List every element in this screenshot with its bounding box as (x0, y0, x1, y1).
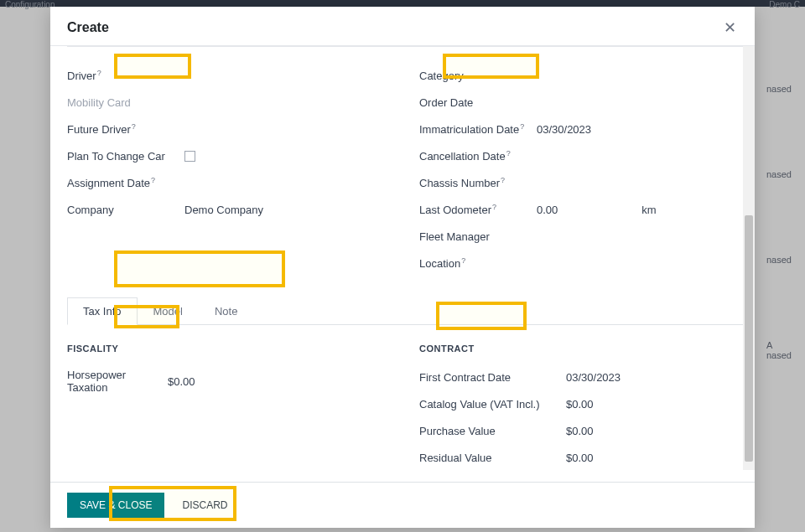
category-label: Category (419, 70, 537, 82)
first-contract-label: First Contract Date (419, 371, 549, 384)
purchase-value-amount[interactable]: $0.00 (566, 425, 594, 437)
tab-tax-info[interactable]: Tax Info (67, 297, 138, 325)
purchase-value-label: Purchase Value (419, 425, 549, 437)
future-driver-label: Future Driver? (67, 122, 184, 136)
discard-button[interactable]: DISCARD (169, 493, 240, 518)
plan-to-change-label: Plan To Change Car (67, 150, 184, 163)
save-close-button[interactable]: SAVE & CLOSE (67, 493, 164, 518)
plan-to-change-checkbox[interactable] (184, 151, 195, 162)
tab-note[interactable]: Note (199, 297, 253, 325)
assignment-date-label: Assignment Date? (67, 176, 184, 189)
last-odometer-unit[interactable]: km (641, 204, 656, 216)
fiscality-heading: FISCALITY (67, 343, 402, 354)
catalog-value-label: Catalog Value (VAT Incl.) (419, 398, 549, 411)
horsepower-label: Horsepower Taxation (67, 369, 168, 394)
first-contract-value[interactable]: 03/30/2023 (566, 371, 621, 384)
company-value[interactable]: Demo Company (184, 204, 263, 216)
contract-section: CONTRACT First Contract Date 03/30/2023 … (419, 343, 755, 476)
immatriculation-value[interactable]: 03/30/2023 (537, 123, 591, 136)
fleet-manager-label: Fleet Manager (419, 230, 537, 243)
horsepower-value[interactable]: $0.00 (168, 375, 195, 388)
modal-body: Driver? Mobility Card Future Driver? Pla… (50, 45, 755, 482)
residual-value-amount[interactable]: $0.00 (566, 452, 594, 464)
tabs: Tax Info Model Note (67, 297, 755, 325)
scroll-thumb[interactable] (745, 215, 753, 461)
modal-title: Create (67, 20, 109, 35)
modal-header: Create ✕ (50, 7, 755, 45)
modal-footer: SAVE & CLOSE DISCARD (50, 482, 755, 528)
create-modal: Create ✕ Driver? Mobility Card Future Dr… (50, 7, 755, 528)
last-odometer-label: Last Odometer? (419, 203, 537, 216)
close-icon[interactable]: ✕ (721, 18, 738, 37)
right-column: Category Order Date Immatriculation Date… (419, 67, 755, 281)
immatriculation-label: Immatriculation Date? (419, 122, 537, 136)
driver-label: Driver? (67, 69, 184, 82)
fiscality-section: FISCALITY Horsepower Taxation $0.00 (67, 343, 402, 476)
last-odometer-value[interactable]: 0.00 (537, 204, 558, 216)
vertical-scrollbar[interactable] (743, 46, 755, 470)
left-column: Driver? Mobility Card Future Driver? Pla… (67, 67, 402, 281)
catalog-value-amount[interactable]: $0.00 (566, 398, 594, 411)
order-date-label: Order Date (419, 96, 537, 109)
location-label: Location? (419, 256, 537, 270)
contract-heading: CONTRACT (419, 343, 755, 354)
residual-value-label: Residual Value (419, 452, 549, 464)
company-label: Company (67, 204, 184, 216)
cancellation-date-label: Cancellation Date? (419, 149, 537, 163)
chassis-number-label: Chassis Number? (419, 176, 537, 189)
tab-model[interactable]: Model (138, 297, 199, 325)
mobility-card-label: Mobility Card (67, 96, 184, 109)
